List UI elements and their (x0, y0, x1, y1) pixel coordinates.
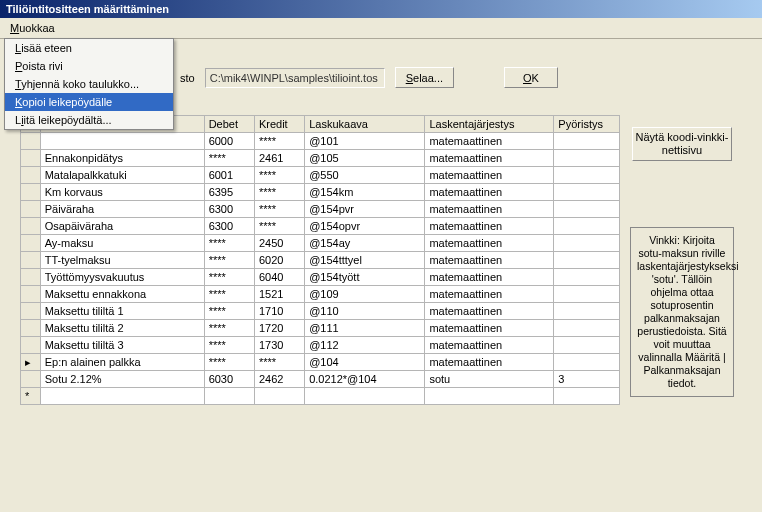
cell-kredit[interactable]: **** (254, 133, 304, 150)
cell-debet[interactable]: **** (204, 235, 254, 252)
cell-debet[interactable]: **** (204, 252, 254, 269)
cell-pyoristys[interactable] (554, 184, 620, 201)
cell-laskentajarjestys[interactable]: matemaattinen (425, 133, 554, 150)
table-row[interactable]: Km korvaus6395****@154kmmatemaattinen (21, 184, 620, 201)
cell-kredit[interactable]: 6020 (254, 252, 304, 269)
table-row[interactable]: Päiväraha6300****@154pvrmatemaattinen (21, 201, 620, 218)
cell-laskukaava[interactable]: @154km (305, 184, 425, 201)
table-row[interactable]: Ay-maksu****2450@154aymatemaattinen (21, 235, 620, 252)
cell-kredit[interactable]: 1720 (254, 320, 304, 337)
cell-kredit[interactable]: **** (254, 354, 304, 371)
table-row[interactable]: Matalapalkkatuki6001****@550matemaattine… (21, 167, 620, 184)
cell-laskukaava[interactable]: @154ay (305, 235, 425, 252)
cell-laskukaava[interactable]: @154opvr (305, 218, 425, 235)
cell-laskentajarjestys[interactable]: matemaattinen (425, 201, 554, 218)
selaa-button[interactable]: Selaa... (395, 67, 454, 88)
menu-muokkaa[interactable]: Muokkaa (4, 20, 61, 36)
cell-name[interactable] (40, 388, 204, 405)
cell-laskentajarjestys[interactable]: sotu (425, 371, 554, 388)
table-row[interactable]: 6000****@101matemaattinen (21, 133, 620, 150)
cell-debet[interactable]: **** (204, 303, 254, 320)
cell-debet[interactable]: 6395 (204, 184, 254, 201)
cell-laskukaava[interactable]: @101 (305, 133, 425, 150)
cell-name[interactable]: Päiväraha (40, 201, 204, 218)
table-row[interactable]: ▸Ep:n alainen palkka********@104matemaat… (21, 354, 620, 371)
cell-name[interactable]: Matalapalkkatuki (40, 167, 204, 184)
cell-kredit[interactable]: **** (254, 167, 304, 184)
cell-name[interactable]: Maksettu ennakkona (40, 286, 204, 303)
col-kredit[interactable]: Kredit (254, 116, 304, 133)
cell-name[interactable]: Km korvaus (40, 184, 204, 201)
cell-kredit[interactable]: 1730 (254, 337, 304, 354)
cell-laskukaava[interactable]: @104 (305, 354, 425, 371)
cell-kredit[interactable]: 6040 (254, 269, 304, 286)
col-laskukaava[interactable]: Laskukaava (305, 116, 425, 133)
cell-laskukaava[interactable] (305, 388, 425, 405)
cell-laskentajarjestys[interactable]: matemaattinen (425, 218, 554, 235)
cell-pyoristys[interactable] (554, 167, 620, 184)
cell-laskukaava[interactable]: @105 (305, 150, 425, 167)
cell-kredit[interactable]: **** (254, 201, 304, 218)
menu-poista-rivi[interactable]: Poista rivi (5, 57, 173, 75)
cell-kredit[interactable]: 2450 (254, 235, 304, 252)
cell-kredit[interactable]: **** (254, 218, 304, 235)
cell-debet[interactable]: **** (204, 354, 254, 371)
cell-laskukaava[interactable]: @112 (305, 337, 425, 354)
ok-button[interactable]: OK (504, 67, 558, 88)
cell-name[interactable]: Maksettu tililtä 1 (40, 303, 204, 320)
menu-kopioi-leikepoydalle[interactable]: Kopioi leikepöydälle (5, 93, 173, 111)
cell-debet[interactable]: 6300 (204, 218, 254, 235)
menu-liita-leikepoydalta[interactable]: Liitä leikepöydältä... (5, 111, 173, 129)
cell-debet[interactable]: 6000 (204, 133, 254, 150)
cell-pyoristys[interactable] (554, 337, 620, 354)
cell-pyoristys[interactable] (554, 252, 620, 269)
cell-pyoristys[interactable] (554, 201, 620, 218)
cell-laskentajarjestys[interactable]: matemaattinen (425, 167, 554, 184)
cell-pyoristys[interactable] (554, 320, 620, 337)
cell-debet[interactable]: 6300 (204, 201, 254, 218)
cell-laskukaava[interactable]: @550 (305, 167, 425, 184)
cell-kredit[interactable]: 1521 (254, 286, 304, 303)
cell-laskentajarjestys[interactable]: matemaattinen (425, 184, 554, 201)
cell-laskukaava[interactable]: 0.0212*@104 (305, 371, 425, 388)
cell-laskentajarjestys[interactable] (425, 388, 554, 405)
cell-debet[interactable]: **** (204, 150, 254, 167)
cell-pyoristys[interactable] (554, 269, 620, 286)
show-code-tip-button[interactable]: Näytä koodi-vinkki-nettisivu (632, 127, 732, 161)
file-path-input[interactable] (205, 68, 385, 88)
table-row[interactable]: Maksettu tililtä 1****1710@110matemaatti… (21, 303, 620, 320)
cell-laskentajarjestys[interactable]: matemaattinen (425, 337, 554, 354)
cell-pyoristys[interactable] (554, 388, 620, 405)
cell-kredit[interactable]: 2461 (254, 150, 304, 167)
cell-laskentajarjestys[interactable]: matemaattinen (425, 269, 554, 286)
cell-pyoristys[interactable] (554, 303, 620, 320)
table-row[interactable]: Maksettu tililtä 3****1730@112matemaatti… (21, 337, 620, 354)
data-grid[interactable]: Debet Kredit Laskukaava Laskentajärjesty… (20, 115, 620, 405)
table-row[interactable]: Maksettu tililtä 2****1720@111matemaatti… (21, 320, 620, 337)
menu-lisaa-eteen[interactable]: Lisää eteen (5, 39, 173, 57)
cell-laskukaava[interactable]: @109 (305, 286, 425, 303)
table-row[interactable]: Sotu 2.12%603024620.0212*@104sotu3 (21, 371, 620, 388)
cell-laskentajarjestys[interactable]: matemaattinen (425, 252, 554, 269)
cell-debet[interactable]: **** (204, 337, 254, 354)
cell-kredit[interactable]: **** (254, 184, 304, 201)
cell-name[interactable]: Ay-maksu (40, 235, 204, 252)
cell-laskukaava[interactable]: @154tyött (305, 269, 425, 286)
cell-pyoristys[interactable] (554, 218, 620, 235)
cell-pyoristys[interactable] (554, 354, 620, 371)
menu-tyhjenna[interactable]: Tyhjennä koko taulukko... (5, 75, 173, 93)
cell-laskukaava[interactable]: @111 (305, 320, 425, 337)
cell-name[interactable]: Työttömyysvakuutus (40, 269, 204, 286)
cell-name[interactable]: Osapäiväraha (40, 218, 204, 235)
cell-debet[interactable]: 6030 (204, 371, 254, 388)
cell-debet[interactable]: **** (204, 269, 254, 286)
cell-name[interactable]: TT-tyelmaksu (40, 252, 204, 269)
cell-debet[interactable]: **** (204, 286, 254, 303)
cell-pyoristys[interactable] (554, 133, 620, 150)
cell-laskentajarjestys[interactable]: matemaattinen (425, 286, 554, 303)
cell-laskentajarjestys[interactable]: matemaattinen (425, 354, 554, 371)
cell-pyoristys[interactable]: 3 (554, 371, 620, 388)
cell-laskukaava[interactable]: @110 (305, 303, 425, 320)
cell-pyoristys[interactable] (554, 150, 620, 167)
cell-kredit[interactable]: 1710 (254, 303, 304, 320)
